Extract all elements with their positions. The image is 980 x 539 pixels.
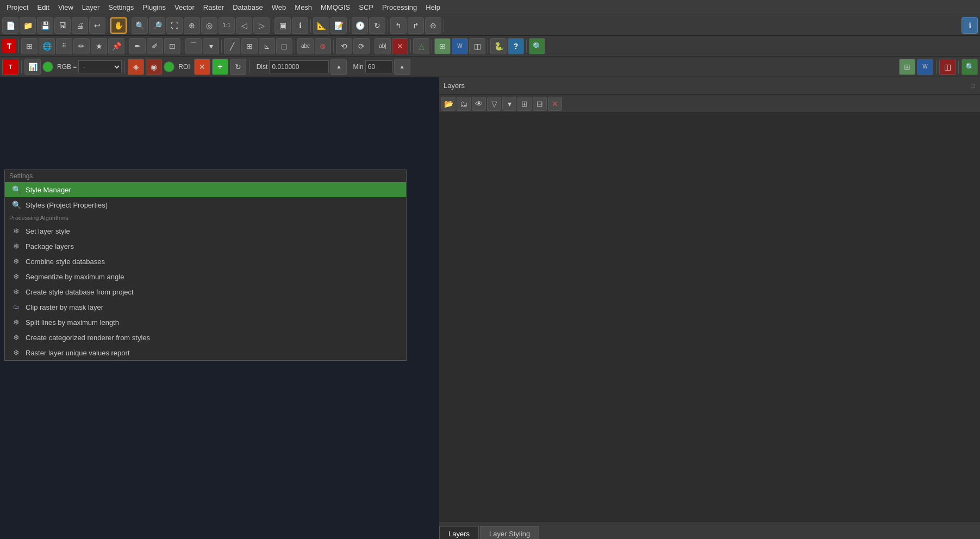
menu-processing[interactable]: Processing bbox=[378, 2, 421, 12]
roi-plus-btn[interactable]: + bbox=[212, 59, 228, 75]
menu-settings[interactable]: Settings bbox=[104, 2, 138, 12]
menu-layer[interactable]: Layer bbox=[78, 2, 104, 12]
menu-edit[interactable]: Edit bbox=[33, 2, 53, 12]
roi-add-btn[interactable]: ✕ bbox=[194, 59, 210, 75]
grid-btn[interactable]: ⊞ bbox=[241, 38, 258, 54]
word-btn[interactable]: W bbox=[452, 38, 468, 54]
collapse-all-btn[interactable]: ⊟ bbox=[533, 97, 547, 111]
identify-button[interactable]: ℹ bbox=[292, 17, 308, 34]
layers-tab[interactable]: Layers bbox=[439, 526, 479, 539]
zoom-layer-button[interactable]: ⊕ bbox=[184, 17, 200, 34]
measure-button[interactable]: 📐 bbox=[313, 17, 329, 34]
dist-up-btn[interactable]: ▲ bbox=[330, 59, 347, 75]
pan-map-button[interactable]: ✋ bbox=[110, 17, 127, 34]
table-btn[interactable]: ⊞ bbox=[434, 38, 451, 54]
refresh-button[interactable]: ↻ bbox=[369, 17, 385, 34]
table2-btn[interactable]: ⊞ bbox=[899, 59, 915, 75]
menu-help[interactable]: Help bbox=[421, 2, 445, 12]
zoom-in-button[interactable]: 🔍 bbox=[132, 17, 148, 34]
pin-button[interactable]: 📌 bbox=[108, 38, 124, 54]
add-vector-layer-button[interactable]: ⊞ bbox=[21, 38, 38, 54]
red-x2-btn[interactable]: ✕ bbox=[392, 38, 408, 54]
triangle-btn[interactable]: △ bbox=[413, 38, 429, 54]
dots-button[interactable]: ⠿ bbox=[56, 38, 72, 54]
measure2-btn[interactable]: ⊾ bbox=[259, 38, 275, 54]
menu-web[interactable]: Web bbox=[267, 2, 291, 12]
zoom-next-button[interactable]: ▷ bbox=[253, 17, 270, 34]
menu-plugins[interactable]: Plugins bbox=[138, 2, 170, 12]
menu-mesh[interactable]: Mesh bbox=[290, 2, 316, 12]
menu-vector[interactable]: Vector bbox=[170, 2, 199, 12]
undo-button[interactable]: ↩ bbox=[89, 17, 105, 34]
layout-btn[interactable]: ◫ bbox=[469, 38, 485, 54]
min-up-btn[interactable]: ▲ bbox=[394, 59, 410, 75]
layer-styling-tab[interactable]: Layer Styling bbox=[480, 526, 539, 539]
undo2-button[interactable]: ↰ bbox=[390, 17, 407, 34]
set-layer-style-item[interactable]: ❄ Set layer style bbox=[5, 223, 406, 239]
label-btn[interactable]: ab| bbox=[374, 38, 391, 54]
roi-refresh-btn[interactable]: ↻ bbox=[230, 59, 246, 75]
edit-pen-button[interactable]: ✏ bbox=[73, 38, 90, 54]
expand-all-btn[interactable]: ⊞ bbox=[517, 97, 532, 111]
scp-btn[interactable]: T bbox=[2, 59, 18, 75]
abc-btn[interactable]: abc bbox=[297, 38, 314, 54]
histogram-btn[interactable]: 📊 bbox=[24, 59, 41, 75]
raster-unique-item[interactable]: ❄ Raster layer unique values report bbox=[5, 345, 406, 360]
python-btn[interactable]: 🐍 bbox=[490, 38, 507, 54]
package-layers-item[interactable]: ❄ Package layers bbox=[5, 239, 406, 254]
node-button[interactable]: ⊡ bbox=[164, 38, 180, 54]
new-project-button[interactable]: 📄 bbox=[2, 17, 18, 34]
star-button[interactable]: ★ bbox=[91, 38, 107, 54]
redo-button[interactable]: ↱ bbox=[408, 17, 424, 34]
rgb-select[interactable]: - bbox=[78, 60, 122, 73]
green-circle-btn[interactable] bbox=[42, 61, 53, 72]
menu-view[interactable]: View bbox=[54, 2, 78, 12]
arrow-btn[interactable]: ▾ bbox=[203, 38, 219, 54]
filter-dropdown-btn[interactable]: ▾ bbox=[502, 97, 516, 111]
filter-btn[interactable]: ▽ bbox=[487, 97, 501, 111]
open-layer-btn[interactable]: 📂 bbox=[441, 97, 455, 111]
styles-project-item[interactable]: 🔍 Styles (Project Properties) bbox=[5, 197, 406, 212]
select-button[interactable]: ▣ bbox=[274, 17, 291, 34]
segmentize-item[interactable]: ❄ Segmentize by maximum angle bbox=[5, 269, 406, 284]
split-lines-item[interactable]: ❄ Split lines by maximum length bbox=[5, 315, 406, 330]
dist-input[interactable] bbox=[269, 60, 329, 73]
save-project-button[interactable]: 💾 bbox=[37, 17, 53, 34]
menu-raster[interactable]: Raster bbox=[199, 2, 228, 12]
zoom-last-button[interactable]: ◁ bbox=[236, 17, 252, 34]
red-x-btn[interactable]: ⊗ bbox=[315, 38, 331, 54]
layout2-btn[interactable]: ◫ bbox=[939, 59, 956, 75]
pencil-button[interactable]: ✒ bbox=[129, 38, 146, 54]
undo3-btn[interactable]: ⟲ bbox=[336, 38, 352, 54]
menu-project[interactable]: Project bbox=[2, 2, 33, 12]
draw-button[interactable]: ✐ bbox=[147, 38, 163, 54]
redo3-btn[interactable]: ⟳ bbox=[353, 38, 370, 54]
clip-raster-item[interactable]: 🗂 Clip raster by mask layer bbox=[5, 299, 406, 315]
layer-type-btn[interactable]: 🗂 bbox=[457, 97, 471, 111]
zoom-out-button[interactable]: 🔎 bbox=[149, 17, 165, 34]
min-input[interactable] bbox=[365, 60, 392, 73]
word2-btn[interactable]: W bbox=[917, 59, 933, 75]
roi-green-btn[interactable] bbox=[164, 61, 174, 72]
toggle-visibility-btn[interactable]: 👁 bbox=[472, 97, 486, 111]
zoom-selection-button[interactable]: ◎ bbox=[201, 17, 217, 34]
line-btn[interactable]: ╱ bbox=[224, 38, 240, 54]
help3-btn[interactable]: ? bbox=[508, 38, 524, 54]
combine-style-item[interactable]: ❄ Combine style databases bbox=[5, 254, 406, 269]
zoom-full-button[interactable]: ⛶ bbox=[166, 17, 183, 34]
about-button[interactable]: ℹ bbox=[962, 17, 978, 34]
roi-icon1-btn[interactable]: ◈ bbox=[128, 59, 144, 75]
map-canvas[interactable]: Settings 🔍 Style Manager 🔍 Styles (Proje… bbox=[0, 77, 439, 539]
annotate-button[interactable]: 📝 bbox=[330, 17, 347, 34]
menu-mmqgis[interactable]: MMQGIS bbox=[316, 2, 354, 12]
open-project-button[interactable]: 📁 bbox=[20, 17, 36, 34]
search-zoom-btn[interactable]: 🔍 bbox=[529, 38, 545, 54]
clock-button[interactable]: 🕐 bbox=[352, 17, 368, 34]
zoom-native-button[interactable]: 1:1 bbox=[219, 17, 235, 34]
globe-button[interactable]: 🌐 bbox=[39, 38, 55, 54]
menu-database[interactable]: Database bbox=[228, 2, 267, 12]
style-manager-item[interactable]: 🔍 Style Manager bbox=[5, 182, 406, 197]
print-button[interactable]: 🖨 bbox=[72, 17, 88, 34]
menu-scp[interactable]: SCP bbox=[354, 2, 378, 12]
create-categorized-item[interactable]: ❄ Create categorized renderer from style… bbox=[5, 330, 406, 345]
